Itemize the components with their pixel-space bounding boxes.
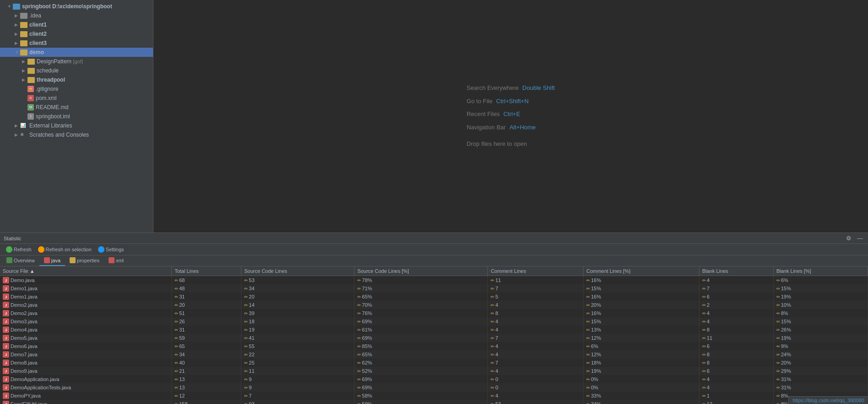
tab-java[interactable]: java: [39, 255, 65, 266]
file-name: Demo4.java: [11, 327, 38, 332]
sidebar-item-schedule[interactable]: ▶ schedule: [0, 66, 153, 75]
tab-overview[interactable]: Overview: [2, 255, 39, 266]
sidebar-item-design[interactable]: ▶ DesignPattern [gof]: [0, 57, 153, 66]
cell-blank-pct: ✏31%: [773, 375, 868, 383]
col-source-code-pct[interactable]: Source Code Lines [%]: [355, 266, 488, 276]
cell-src-pct: ✏69%: [355, 317, 488, 326]
folder-idea-icon: [20, 13, 27, 19]
table-row: Demo3.java ✏26 ✏18 ✏69% ✏4 ✏15% ✏4 ✏15%: [0, 317, 868, 326]
goto-label: Go to File: [467, 95, 492, 108]
cell-file: Demo1.java: [0, 284, 172, 293]
cell-src-pct: ✏69%: [355, 334, 488, 342]
sidebar-item-client3[interactable]: ▶ client3: [0, 39, 153, 48]
cell-total: ✏34: [172, 350, 241, 359]
cell-comment: ✏7: [488, 284, 584, 293]
sidebar-item-idea[interactable]: ▶ .idea: [0, 11, 153, 20]
sidebar-item-client1[interactable]: ▶ client1: [0, 20, 153, 29]
label-scratches: Scratches and Consoles: [29, 131, 89, 139]
cell-comment-pct: ✏33%: [584, 392, 699, 400]
col-blank-pct[interactable]: Blank Lines [%]: [773, 266, 868, 276]
sidebar-item-scratches[interactable]: ▶ ✱ Scratches and Consoles: [0, 130, 153, 139]
cell-blank: ✏8: [699, 326, 773, 334]
file-name: Demo5.java: [11, 335, 38, 341]
cell-file: Demo2.java: [0, 309, 172, 317]
table-row: DemoPY.java ✏12 ✏7 ✏58% ✏4 ✏33% ✏1 ✏8%: [0, 392, 868, 400]
cell-comment-pct: ✏0%: [584, 383, 699, 392]
collapse-arrow: ▼: [7, 2, 13, 11]
file-name: DemoApplicationTests.java: [11, 385, 71, 390]
label-iml: springboot.iml: [36, 112, 70, 121]
folder-client3-icon: [20, 40, 27, 46]
arrow-ext: ▶: [15, 122, 20, 130]
col-source-code-lines[interactable]: Source Code Lines: [241, 266, 355, 276]
cell-src-pct: ✏78%: [355, 276, 488, 285]
ext-libs-icon: 📊: [20, 122, 27, 130]
sidebar-item-ext-libs[interactable]: ▶ 📊 External Libraries: [0, 121, 153, 130]
refresh-button[interactable]: Refresh: [4, 245, 34, 254]
cell-src: ✏14: [241, 301, 355, 309]
settings-icon[interactable]: ⚙: [845, 234, 853, 242]
col-blank-lines[interactable]: Blank Lines: [699, 266, 773, 276]
stats-tabs: Overview java properties xml: [0, 255, 868, 266]
java-file-icon: [3, 335, 9, 341]
sidebar-item-demo[interactable]: ▼ demo: [0, 48, 153, 57]
sidebar-item-pomxml[interactable]: ▶ X pom.xml: [0, 94, 153, 103]
label-threadpool: threadpool: [37, 76, 65, 84]
folder-design-icon: [27, 59, 35, 65]
cell-comment: ✏0: [488, 375, 584, 383]
table-row: DemoApplication.java ✏13 ✏9 ✏69% ✏0 ✏0% …: [0, 375, 868, 383]
label-readme: README.md: [36, 103, 68, 111]
cell-comment: ✏4: [488, 367, 584, 375]
file-iml-icon: I: [27, 113, 34, 120]
arrow-client2: ▶: [15, 30, 20, 38]
cell-blank-pct: ✏24%: [773, 350, 868, 359]
cell-src-pct: ✏65%: [355, 293, 488, 301]
cell-blank: ✏6: [699, 342, 773, 350]
minimize-icon[interactable]: —: [856, 234, 864, 242]
label-schedule: schedule: [37, 66, 59, 75]
cell-blank-pct: ✏8%: [773, 309, 868, 317]
editor-area: Search Everywhere Double Shift Go to Fil…: [153, 0, 868, 232]
sidebar-item-readme[interactable]: ▶ M README.md: [0, 103, 153, 112]
tab-java-icon: [44, 257, 50, 263]
folder-threadpool-icon: [27, 77, 35, 83]
cell-comment: ✏4: [488, 342, 584, 350]
cell-comment: ✏4: [488, 326, 584, 334]
sidebar-item-gitignore[interactable]: ▶ 🔒 .gitignore: [0, 84, 153, 94]
refresh-icon: [6, 246, 12, 253]
cell-comment: ✏8: [488, 309, 584, 317]
cell-comment-pct: ✏20%: [584, 301, 699, 309]
refresh-on-selection-button[interactable]: Refresh on selection: [36, 245, 94, 254]
cell-blank-pct: ✏9%: [773, 342, 868, 350]
java-file-icon: [3, 327, 9, 333]
sidebar-item-springboot-iml[interactable]: ▶ I springboot.iml: [0, 112, 153, 121]
cell-comment: ✏53: [488, 400, 584, 404]
settings-button[interactable]: Settings: [96, 245, 126, 254]
arrow-scratches: ▶: [15, 131, 20, 139]
cell-total: ✏31: [172, 326, 241, 334]
cell-blank: ✏6: [699, 293, 773, 301]
col-source-file[interactable]: Source File ▲: [0, 266, 172, 276]
cell-blank: ✏4: [699, 309, 773, 317]
sidebar-item-threadpool[interactable]: ▶ threadpool: [0, 75, 153, 84]
cell-blank-pct: ✏6%: [773, 276, 868, 285]
tab-xml[interactable]: xml: [104, 255, 128, 266]
col-total-lines[interactable]: Total Lines: [172, 266, 241, 276]
cell-total: ✏26: [172, 317, 241, 326]
cell-file: Demo5.java: [0, 334, 172, 342]
java-file-icon: [3, 318, 9, 325]
tree-root[interactable]: ▼ springboot D:\xc\demo\springboot: [0, 2, 153, 11]
label-client2: client2: [29, 30, 47, 38]
label-design: DesignPattern [gof]: [37, 57, 83, 66]
refresh-selection-icon: [38, 246, 44, 253]
stats-toolbar: Refresh Refresh on selection Settings: [0, 244, 868, 255]
col-comment-lines[interactable]: Comment Lines: [488, 266, 584, 276]
cell-src: ✏9: [241, 383, 355, 392]
tab-overview-label: Overview: [14, 258, 35, 263]
sidebar-item-client2[interactable]: ▶ client2: [0, 29, 153, 39]
tab-properties[interactable]: properties: [65, 255, 104, 266]
folder-schedule-icon: [27, 68, 35, 74]
col-comment-pct[interactable]: Comment Lines [%]: [584, 266, 699, 276]
arrow-design: ▶: [22, 57, 27, 66]
cell-comment-pct: ✏16%: [584, 293, 699, 301]
